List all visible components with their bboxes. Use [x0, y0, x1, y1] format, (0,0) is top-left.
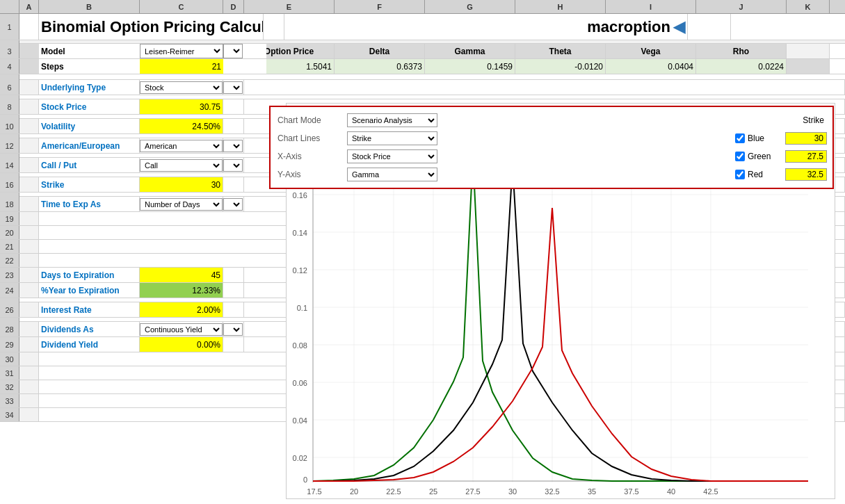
y-axis-row: Y-Axis Gamma Red 32.5 [276, 165, 827, 184]
dividend-yield-val: 0.00% [140, 337, 223, 352]
strike-col-header: Strike [785, 115, 827, 125]
logo-cell: macroption ◀ [284, 14, 688, 40]
cell-10A [19, 119, 39, 133]
delta-header: Delta [335, 44, 425, 58]
model-dropdown[interactable] [223, 44, 243, 58]
green-curve [313, 156, 808, 481]
green-checkbox[interactable] [735, 152, 745, 161]
chart-lines-row: Chart Lines Strike Blue 30 [276, 129, 827, 147]
row-num-12: 12 [0, 138, 19, 153]
row-num-4: 4 [0, 59, 19, 74]
pct-year-val: 12.33% [140, 283, 223, 298]
col-header-F: F [335, 0, 425, 13]
column-headers: A B C D E F G H I J K [0, 0, 845, 14]
strike-label: Strike [39, 177, 140, 192]
call-put-select[interactable]: Call Put [140, 159, 223, 172]
cell-3K [787, 44, 830, 58]
american-dropdown[interactable] [223, 140, 243, 152]
svg-text:27.5: 27.5 [465, 487, 480, 496]
interest-rate-val: 2.00% [140, 302, 223, 317]
row-6: 6 Underlying Type Stock [0, 80, 845, 95]
red-checkbox[interactable] [735, 170, 745, 179]
row-num-1: 1 [0, 14, 19, 40]
stock-price-val: 30.75 [140, 99, 223, 114]
american-european-select[interactable]: American European [140, 140, 223, 152]
time-to-exp-select[interactable]: Number of Days [140, 198, 223, 211]
underlying-select-cell: Stock [140, 80, 223, 95]
dividends-as-select[interactable]: Continuous Yield [140, 323, 223, 336]
cell-4K [787, 59, 830, 74]
cell-21A [19, 240, 39, 253]
cell-8A [19, 99, 39, 114]
row-num-8: 8 [0, 99, 19, 114]
volatility-label: Volatility [39, 119, 140, 133]
svg-text:25: 25 [429, 487, 437, 496]
red-label: Red [748, 170, 782, 179]
cell-22A [19, 254, 39, 267]
dividends-dropdown[interactable] [223, 323, 243, 336]
x-axis-label: X-Axis [276, 152, 346, 161]
underlying-select[interactable]: Stock [140, 81, 223, 94]
logo-text: macroption [587, 18, 670, 36]
cell-6D [223, 80, 244, 95]
row-num-34: 34 [0, 408, 19, 421]
svg-text:42.5: 42.5 [703, 487, 718, 496]
row-num-16: 16 [0, 177, 19, 192]
chart-mode-label: Chart Mode [276, 115, 346, 125]
stock-price-label: Stock Price [39, 99, 140, 114]
row-num-10: 10 [0, 119, 19, 133]
red-curve [313, 208, 808, 481]
col-header-H: H [515, 0, 606, 13]
vega-val: 0.0404 [606, 59, 696, 74]
svg-text:17.5: 17.5 [307, 487, 321, 496]
model-select[interactable]: Leisen-Reimer [140, 44, 223, 58]
american-european-label: American/European [39, 138, 140, 153]
x-axis-row: X-Axis Stock Price Green 27.5 [276, 147, 827, 165]
y-axis-select[interactable]: Gamma [347, 168, 437, 181]
logo: macroption ◀ [587, 18, 685, 36]
time-to-exp-cell: Number of Days [140, 197, 223, 211]
cell-29D [223, 337, 244, 352]
col-header-D: D [223, 0, 244, 13]
chart-mode-select[interactable]: Scenario Analysis [347, 113, 437, 127]
chart-lines-select-wrap: Strike [346, 131, 439, 145]
red-val: 32.5 [785, 168, 827, 181]
row-num-22: 22 [0, 254, 19, 267]
row-num-14: 14 [0, 158, 19, 172]
row-num-6: 6 [0, 80, 19, 95]
pct-year-label: %Year to Expiration [39, 283, 140, 298]
cell-28D [223, 322, 244, 336]
underlying-label: Underlying Type [39, 80, 140, 95]
theta-val: -0.0120 [515, 59, 606, 74]
col-header-row [0, 0, 19, 13]
theta-header: Theta [515, 44, 606, 58]
cell-28A [19, 322, 39, 336]
row-num-33: 33 [0, 394, 19, 407]
cell-16A [19, 177, 39, 192]
row-num-3: 3 [0, 44, 19, 58]
cell-20A [19, 226, 39, 239]
time-to-exp-dropdown[interactable] [223, 198, 243, 211]
row-5 [0, 74, 845, 80]
blue-checkbox[interactable] [735, 133, 745, 143]
app-title: Binomial Option Pricing Calculator [39, 14, 264, 40]
call-put-dropdown[interactable] [223, 159, 243, 172]
row-1: 1 Binomial Option Pricing Calculator mac… [0, 14, 845, 40]
cell-30A [19, 352, 39, 366]
underlying-dropdown[interactable] [223, 81, 243, 94]
y-axis-select-wrap: Gamma [346, 168, 439, 181]
svg-text:30: 30 [508, 487, 517, 496]
row-num-28: 28 [0, 322, 19, 336]
cell-8D [223, 99, 244, 114]
cell-23A [19, 268, 39, 282]
steps-val: 21 [140, 59, 223, 74]
svg-text:0.08: 0.08 [293, 341, 307, 350]
dividends-as-cell: Continuous Yield [140, 322, 223, 336]
x-axis-select[interactable]: Stock Price [347, 149, 437, 163]
green-row: Green 27.5 [735, 150, 827, 163]
chart-lines-select[interactable]: Strike [347, 131, 437, 145]
svg-text:40: 40 [667, 487, 675, 496]
gamma-header: Gamma [425, 44, 515, 58]
model-select-cell: Leisen-Reimer [140, 44, 223, 58]
cell-29A [19, 337, 39, 352]
